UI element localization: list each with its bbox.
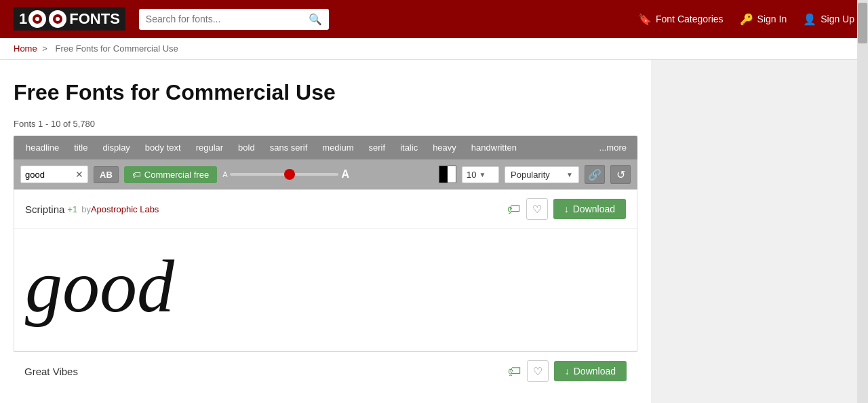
font-item-header: Scriptina +1 by Apostrophic Labs 🏷 ♡ ↓ D… xyxy=(14,190,637,229)
commercial-free-button[interactable]: 🏷 Commercial free xyxy=(124,166,217,183)
signin-icon: 🔑 xyxy=(740,13,753,26)
font-name-2: Great Vibes xyxy=(24,366,78,377)
preview-text-input[interactable] xyxy=(25,170,73,180)
search-input[interactable] xyxy=(146,14,309,24)
page-title: Free Fonts for Commercial Use xyxy=(14,80,637,105)
font-actions: 🏷 ♡ ↓ Download xyxy=(507,198,626,220)
font-download-button[interactable]: ↓ Download xyxy=(553,199,626,219)
download-label: Download xyxy=(573,204,615,214)
color-swatch[interactable] xyxy=(439,166,456,183)
logo-text-100: 1 xyxy=(19,12,27,26)
font-download-button-2[interactable]: ↓ Download xyxy=(554,361,627,381)
breadcrumb: Home > Free Fonts for Commercial Use xyxy=(0,38,868,60)
sort-select[interactable]: Popularity ▼ xyxy=(505,166,579,183)
header: 1 FONTS 🔍 🔖 Font Categories 🔑 Sign In 👤 … xyxy=(0,0,868,38)
slider-thumb[interactable] xyxy=(284,169,295,180)
filter-tag-heavy[interactable]: heavy xyxy=(426,140,463,155)
sign-up-link[interactable]: 👤 Sign Up xyxy=(803,13,854,26)
font-preview-text: good xyxy=(25,249,174,324)
main-content: Free Fonts for Commercial Use Fonts 1 - … xyxy=(0,60,651,403)
logo-circle-1 xyxy=(49,10,66,28)
scrollbar-thumb[interactable] xyxy=(858,3,867,43)
filter-tag-regular[interactable]: regular xyxy=(189,140,230,155)
tag-check-icon: 🏷 xyxy=(132,170,141,180)
bookmark-icon: 🔖 xyxy=(638,13,652,26)
size-value: 10 xyxy=(467,170,476,180)
size-large-label: A xyxy=(341,168,349,180)
font-heart-button-2[interactable]: ♡ xyxy=(527,360,549,382)
scrollbar[interactable] xyxy=(857,0,868,403)
size-chevron-icon: ▼ xyxy=(479,171,486,178)
download-arrow-icon-2: ↓ xyxy=(565,366,570,377)
font-tag-icon[interactable]: 🏷 xyxy=(507,202,521,217)
commercial-label: Commercial free xyxy=(144,170,209,180)
clear-preview-button[interactable]: ✕ xyxy=(75,169,83,180)
ab-button[interactable]: AB xyxy=(94,166,119,183)
preview-text-input-wrap: ✕ xyxy=(20,166,88,183)
site-logo[interactable]: 1 FONTS xyxy=(14,7,125,31)
reset-button[interactable]: ↺ xyxy=(610,165,631,184)
color-black-half xyxy=(439,166,448,183)
search-icon[interactable]: 🔍 xyxy=(309,13,322,26)
breadcrumb-home[interactable]: Home xyxy=(14,43,37,54)
font-categories-link[interactable]: 🔖 Font Categories xyxy=(638,13,724,26)
download-arrow-icon: ↓ xyxy=(564,204,569,214)
filter-controls: ✕ AB 🏷 Commercial free A A 10 ▼ xyxy=(14,159,637,189)
filter-tag-serif[interactable]: serif xyxy=(362,140,393,155)
font-by: by xyxy=(81,204,91,214)
filter-tag-italic[interactable]: italic xyxy=(393,140,425,155)
filter-tag-sansserif[interactable]: sans serif xyxy=(263,140,315,155)
sort-chevron-icon: ▼ xyxy=(566,171,573,178)
link-button[interactable]: 🔗 xyxy=(585,165,605,184)
filter-tag-bodytext[interactable]: body text xyxy=(138,140,188,155)
filter-tags-row: headline title display body text regular… xyxy=(14,136,637,159)
filter-tag-title[interactable]: title xyxy=(67,140,94,155)
filter-tag-headline[interactable]: headline xyxy=(19,140,66,155)
logo-text-fonts: FONTS xyxy=(69,10,120,28)
breadcrumb-current: Free Fonts for Commercial Use xyxy=(56,43,178,54)
size-slider-wrap: A A xyxy=(222,168,433,180)
filter-tag-bold[interactable]: bold xyxy=(231,140,262,155)
filter-bar: headline title display body text regular… xyxy=(14,136,637,189)
font-author[interactable]: Apostrophic Labs xyxy=(91,204,159,214)
font-name: Scriptina xyxy=(25,204,64,215)
sign-up-label: Sign Up xyxy=(821,14,854,24)
size-slider[interactable] xyxy=(230,173,338,176)
font-list: Scriptina +1 by Apostrophic Labs 🏷 ♡ ↓ D… xyxy=(14,189,637,390)
filter-more-button[interactable]: ...more xyxy=(594,140,632,155)
font-item-partial: Great Vibes 🏷 ♡ ↓ Download xyxy=(14,351,637,390)
signup-icon: 👤 xyxy=(803,13,816,26)
header-nav: 🔖 Font Categories 🔑 Sign In 👤 Sign Up xyxy=(638,13,854,26)
size-small-label: A xyxy=(222,170,227,178)
font-categories-label: Font Categories xyxy=(656,14,724,24)
font-count: +1 xyxy=(67,204,77,214)
font-tag-icon-2[interactable]: 🏷 xyxy=(508,364,521,379)
logo-circle-0 xyxy=(28,10,46,28)
font-heart-button[interactable]: ♡ xyxy=(526,198,548,220)
color-white-half xyxy=(448,166,456,183)
font-item: Scriptina +1 by Apostrophic Labs 🏷 ♡ ↓ D… xyxy=(14,189,637,351)
download-label-2: Download xyxy=(574,366,616,377)
filter-tag-handwritten[interactable]: handwritten xyxy=(465,140,524,155)
size-select[interactable]: 10 ▼ xyxy=(462,166,499,183)
breadcrumb-separator: > xyxy=(42,43,47,54)
font-actions-2: 🏷 ♡ ↓ Download xyxy=(508,360,627,382)
filter-tag-medium[interactable]: medium xyxy=(315,140,360,155)
sort-value: Popularity xyxy=(511,170,550,180)
font-preview: good xyxy=(14,229,637,351)
sign-in-label: Sign In xyxy=(757,14,787,24)
search-box[interactable]: 🔍 xyxy=(139,9,329,30)
sign-in-link[interactable]: 🔑 Sign In xyxy=(740,13,787,26)
fonts-count: Fonts 1 - 10 of 5,780 xyxy=(14,119,637,129)
filter-tag-display[interactable]: display xyxy=(96,140,136,155)
font-item-partial-header: Great Vibes 🏷 ♡ ↓ Download xyxy=(14,352,637,390)
